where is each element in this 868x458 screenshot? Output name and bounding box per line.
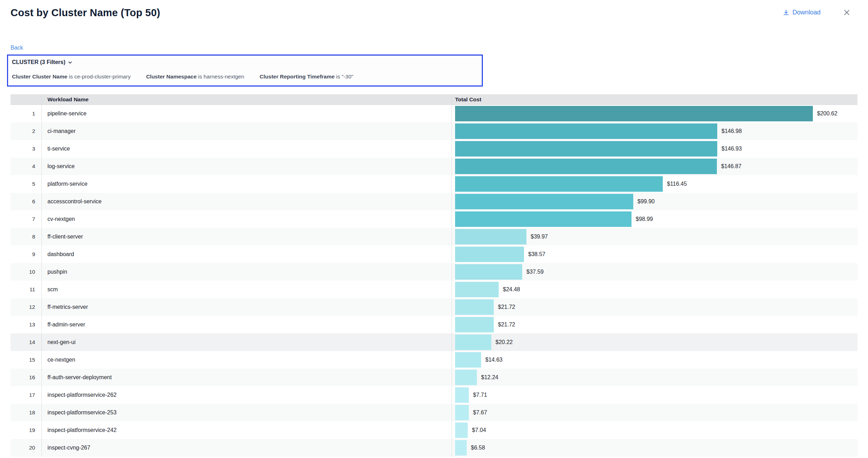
table-row[interactable]: 6 accesscontrol-service $99.90 [11, 193, 857, 210]
table-row[interactable]: 2 ci-manager $146.98 [11, 122, 857, 140]
filter-group-toggle[interactable]: CLUSTER (3 Filters) [12, 59, 72, 65]
filter-chip[interactable]: Cluster Namespace is harness-nextgen [146, 74, 244, 80]
header-workload-name: Workload Name [41, 94, 452, 104]
table-row[interactable]: 5 platform-service $116.45 [11, 175, 857, 193]
row-workload: ff-metrics-server [41, 298, 452, 316]
filter-chips: Cluster Cluster Name is ce-prod-cluster-… [12, 74, 478, 80]
row-cost-cell: $6.58 [452, 439, 857, 457]
row-cost-cell: $146.98 [452, 122, 857, 140]
row-cost-cell: $146.93 [452, 140, 857, 158]
close-button[interactable] [842, 8, 851, 17]
filter-chip[interactable]: Cluster Cluster Name is ce-prod-cluster-… [12, 74, 131, 80]
row-cost-cell: $21.72 [452, 316, 857, 333]
row-cost-cell: $7.04 [452, 421, 857, 439]
table-row[interactable]: 7 cv-nextgen $98.99 [11, 210, 857, 228]
row-cost-cell: $39.97 [452, 228, 857, 246]
row-cost-cell: $200.62 [452, 105, 857, 122]
table-row[interactable]: 13 ff-admin-server $21.72 [11, 316, 857, 333]
table-row[interactable]: 9 dashboard $38.57 [11, 246, 857, 263]
row-cost-cell: $14.63 [452, 351, 857, 369]
row-rank: 17 [11, 386, 41, 404]
filter-chip[interactable]: Cluster Reporting Timeframe is "-30" [260, 74, 354, 80]
cost-bar [455, 264, 522, 280]
page-title: Cost by Cluster Name (Top 50) [11, 7, 783, 19]
cost-bar [455, 282, 499, 297]
filter-chip-condition: is "-30" [335, 74, 353, 79]
table-row[interactable]: 1 pipeline-service $200.62 [11, 105, 857, 122]
row-rank: 4 [11, 158, 41, 175]
row-rank: 11 [11, 281, 41, 298]
cost-bar [455, 123, 717, 139]
filter-chip-field: Cluster Namespace [146, 74, 197, 79]
cost-value: $37.59 [526, 269, 544, 275]
row-workload: scm [41, 281, 452, 298]
filter-group-label: CLUSTER (3 Filters) [12, 59, 65, 65]
cost-value: $98.99 [636, 216, 653, 222]
cost-bar [455, 211, 631, 227]
row-workload: ce-nextgen [41, 351, 452, 369]
filter-chip-condition: is harness-nextgen [197, 74, 244, 79]
table-row[interactable]: 14 next-gen-ui $20.22 [11, 333, 857, 351]
table-row[interactable]: 16 ff-auth-server-deployment $12.24 [11, 369, 857, 386]
row-workload: ci-manager [41, 122, 452, 140]
cost-value: $116.45 [667, 181, 687, 187]
cost-bar [455, 194, 633, 209]
table-row[interactable]: 4 log-service $146.87 [11, 158, 857, 175]
row-rank: 12 [11, 298, 41, 316]
cost-bar [455, 440, 467, 456]
filter-panel: CLUSTER (3 Filters) Cluster Cluster Name… [7, 55, 483, 87]
table-row[interactable]: 11 scm $24.48 [11, 281, 857, 298]
download-button[interactable]: Download [783, 9, 821, 16]
table-row[interactable]: 18 inspect-platformservice-253 $7.67 [11, 404, 857, 421]
row-cost-cell: $7.67 [452, 404, 857, 421]
row-workload: ff-client-server [41, 228, 452, 246]
cost-bar [455, 405, 469, 420]
table-row[interactable]: 10 pushpin $37.59 [11, 263, 857, 281]
table-body: 1 pipeline-service $200.62 2 ci-manager … [11, 105, 857, 457]
cost-bar [455, 387, 469, 403]
table-row[interactable]: 12 ff-metrics-server $21.72 [11, 298, 857, 316]
cost-bar [455, 299, 494, 315]
cost-value: $146.87 [721, 163, 741, 170]
row-cost-cell: $7.71 [452, 386, 857, 404]
row-cost-cell: $12.24 [452, 369, 857, 386]
cost-value: $200.62 [817, 110, 837, 117]
cost-bar [455, 352, 481, 368]
row-rank: 7 [11, 210, 41, 228]
chevron-down-icon [68, 60, 72, 65]
row-workload: platform-service [41, 175, 452, 193]
table-row[interactable]: 20 inspect-cvng-267 $6.58 [11, 439, 857, 457]
top-actions: Download [783, 7, 851, 17]
row-cost-cell: $21.72 [452, 298, 857, 316]
row-workload: ti-service [41, 140, 452, 158]
cost-value: $12.24 [481, 374, 498, 381]
table-row[interactable]: 17 inspect-platformservice-262 $7.71 [11, 386, 857, 404]
cost-bar [455, 247, 524, 262]
header-total-cost: Total Cost [452, 94, 857, 104]
table-row[interactable]: 19 inspect-platformservice-242 $7.04 [11, 421, 857, 439]
cost-value: $6.58 [471, 445, 485, 451]
row-cost-cell: $20.22 [452, 333, 857, 351]
row-rank: 14 [11, 333, 41, 351]
cost-bar [455, 159, 717, 174]
row-cost-cell: $37.59 [452, 263, 857, 281]
back-link[interactable]: Back [11, 45, 23, 51]
close-icon [843, 12, 850, 17]
row-workload: pipeline-service [41, 105, 452, 122]
table-row[interactable]: 3 ti-service $146.93 [11, 140, 857, 158]
table-row[interactable]: 15 ce-nextgen $14.63 [11, 351, 857, 369]
row-rank: 15 [11, 351, 41, 369]
download-icon [783, 9, 789, 16]
table-row[interactable]: 8 ff-client-server $39.97 [11, 228, 857, 246]
row-rank: 18 [11, 404, 41, 421]
row-rank: 9 [11, 246, 41, 263]
row-workload: inspect-cvng-267 [41, 439, 452, 457]
row-workload: ff-admin-server [41, 316, 452, 333]
row-cost-cell: $24.48 [452, 281, 857, 298]
cost-value: $14.63 [485, 357, 503, 363]
row-rank: 8 [11, 228, 41, 246]
cost-value: $21.72 [498, 304, 515, 310]
table-header: Workload Name Total Cost [11, 94, 857, 105]
filter-chip-condition: is ce-prod-cluster-primary [67, 74, 131, 79]
row-workload: log-service [41, 158, 452, 175]
